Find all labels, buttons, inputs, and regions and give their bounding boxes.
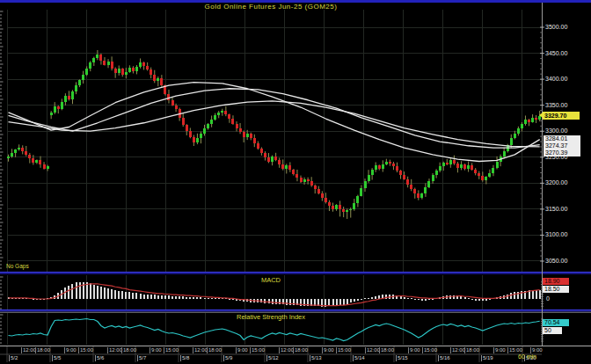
candle-body xyxy=(432,175,434,181)
candle-body xyxy=(57,106,60,110)
date-label: 5/7 xyxy=(137,355,146,361)
candle-body xyxy=(467,165,470,169)
macd-bar xyxy=(385,295,387,300)
macd-bar xyxy=(425,299,427,301)
candle-body xyxy=(453,160,456,164)
macd-bar xyxy=(517,292,519,299)
macd-layer xyxy=(8,282,541,307)
candle-body xyxy=(157,78,159,82)
candle-body xyxy=(28,155,31,158)
rsi-panel-title: Relative Strength Index xyxy=(0,313,542,321)
macd-bar xyxy=(357,299,359,301)
time-label: 9:00 xyxy=(530,347,543,353)
candle-body xyxy=(314,186,317,190)
macd-bar xyxy=(90,283,91,299)
macd-bar xyxy=(161,295,163,299)
macd-bar xyxy=(208,298,209,299)
date-label: 5/14 xyxy=(353,355,365,361)
macd-histogram-value-tag: 18.50 xyxy=(543,286,569,293)
candle-body xyxy=(47,166,49,168)
macd-bar xyxy=(279,299,281,304)
candle-body xyxy=(339,205,341,209)
candle-body xyxy=(128,68,131,72)
candle-body xyxy=(239,128,242,133)
macd-bar xyxy=(114,290,116,299)
macd-bar xyxy=(193,297,194,299)
macd-bar xyxy=(268,299,270,303)
macd-bar xyxy=(157,295,159,299)
macd-bar xyxy=(200,297,201,299)
date-label: 5/6 xyxy=(95,355,104,361)
macd-bar xyxy=(332,299,334,306)
price-tick-label: 3050.00 xyxy=(545,258,567,265)
macd-bar xyxy=(343,299,345,305)
time-label: 15:00 xyxy=(422,347,437,353)
macd-bar xyxy=(411,298,412,299)
candle-body xyxy=(528,120,530,121)
time-label: 15:00 xyxy=(336,347,351,353)
macd-bar xyxy=(111,289,113,299)
candle-body xyxy=(317,189,320,193)
candle-body xyxy=(278,160,281,164)
macd-bar xyxy=(336,299,338,306)
macd-bar xyxy=(107,288,109,299)
candle-body xyxy=(360,188,362,195)
chart-canvas[interactable] xyxy=(0,0,591,364)
candle-body xyxy=(382,164,384,169)
time-label: 18:00 xyxy=(207,347,222,353)
macd-zero-label: 0 xyxy=(546,295,550,302)
candle-body xyxy=(171,100,174,106)
macd-signal-line xyxy=(9,284,540,306)
macd-bar xyxy=(371,297,373,299)
macd-bar xyxy=(232,299,234,300)
candle-body xyxy=(142,62,145,66)
candle-body xyxy=(510,138,513,144)
time-label: 15:00 xyxy=(164,347,179,353)
time-label: 18:00 xyxy=(379,347,394,353)
macd-bar xyxy=(489,299,491,300)
macd-bar xyxy=(150,295,152,299)
date-label: 5/5 xyxy=(52,355,61,361)
rsi-value-tag: 70.54 xyxy=(543,319,569,326)
candle-body xyxy=(11,153,13,157)
candle-body xyxy=(114,69,117,73)
macd-bar xyxy=(100,287,102,299)
candle-body xyxy=(78,80,81,85)
candle-body xyxy=(231,119,234,124)
macd-bar xyxy=(125,292,127,299)
candle-body xyxy=(103,61,106,65)
macd-bar xyxy=(468,298,470,299)
macd-bar xyxy=(478,299,480,301)
time-label: 12:00 xyxy=(450,347,465,353)
candle-body xyxy=(420,193,423,198)
macd-bar xyxy=(328,299,330,306)
candle-body xyxy=(271,157,274,162)
candle-body xyxy=(92,58,95,62)
macd-bar xyxy=(164,295,166,299)
candle-body xyxy=(521,124,523,128)
candle-body xyxy=(207,124,209,128)
candle-body xyxy=(349,209,352,210)
candle-body xyxy=(371,170,374,175)
candle-body xyxy=(135,67,138,71)
candle-body xyxy=(456,164,459,168)
date-label: 5/8 xyxy=(180,355,189,361)
price-tick-label: 3200.00 xyxy=(545,179,567,186)
macd-bar xyxy=(485,299,487,301)
candle-body xyxy=(257,143,259,149)
panel-separator xyxy=(0,311,591,312)
candle-body xyxy=(200,134,202,139)
candle-body xyxy=(325,198,327,202)
candle-body xyxy=(285,165,288,169)
candle-body xyxy=(399,171,402,175)
candle-body xyxy=(253,138,256,143)
macd-bar xyxy=(510,293,512,299)
rsi-layer xyxy=(9,319,540,341)
macd-bar xyxy=(64,288,66,299)
candle-body xyxy=(503,151,506,157)
candle-body xyxy=(18,148,20,149)
time-label: 9:00 xyxy=(236,347,248,353)
date-label: 5/19 xyxy=(481,355,493,361)
candle-body xyxy=(535,118,537,120)
macd-bar xyxy=(471,299,473,300)
